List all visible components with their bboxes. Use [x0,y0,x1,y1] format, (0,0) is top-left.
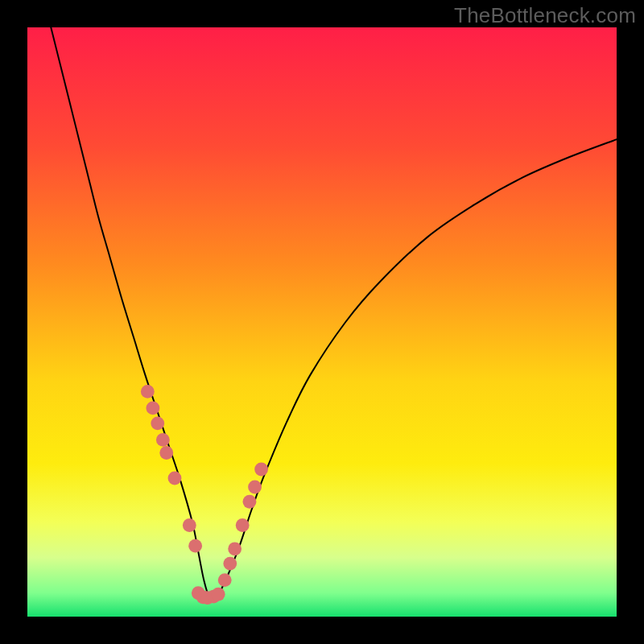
bottleneck-chart [27,27,617,617]
marker-dot [168,472,182,485]
marker-dot [188,539,202,553]
marker-dot [228,542,242,555]
marker-dot [218,573,232,587]
marker-dot [146,401,159,415]
marker-dot [151,416,164,430]
marker-dot [212,588,225,601]
gradient-background [27,27,617,617]
marker-dot [254,463,268,477]
marker-dot [248,481,262,494]
marker-dot [156,433,170,447]
marker-dot [183,518,196,532]
marker-dot [141,385,155,398]
watermark-text: TheBottleneck.com [454,3,636,28]
marker-dot [243,495,257,509]
marker-dot [223,557,237,571]
marker-dot [159,446,173,460]
marker-dot [236,518,250,532]
chart-frame: TheBottleneck.com [0,0,644,644]
